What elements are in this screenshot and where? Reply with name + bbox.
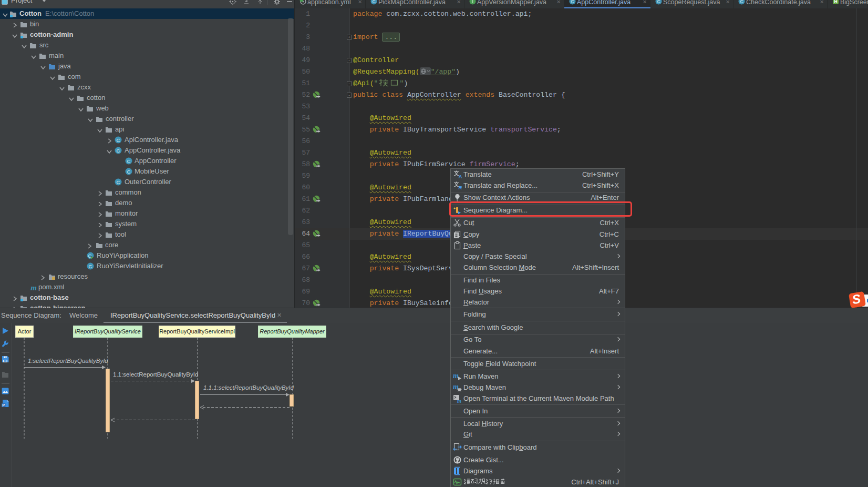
svg-text:I: I <box>472 0 473 4</box>
svg-text:C: C <box>127 169 131 175</box>
svg-text:C: C <box>657 0 660 4</box>
svg-text:m: m <box>453 383 459 391</box>
svg-text:C: C <box>89 263 92 269</box>
svg-text:C: C <box>127 158 131 164</box>
svg-text:C: C <box>117 148 120 154</box>
svg-text:C: C <box>571 0 574 4</box>
svg-text:m: m <box>457 398 461 403</box>
svg-text:m: m <box>30 283 37 291</box>
svg-text:m: m <box>453 372 459 380</box>
svg-text:C: C <box>740 0 743 4</box>
svg-text:C: C <box>117 179 120 185</box>
svg-text:C: C <box>117 137 120 143</box>
svg-text:A: A <box>459 174 462 179</box>
svg-text:R: R <box>459 185 462 190</box>
svg-text:C: C <box>372 0 375 4</box>
svg-text:H: H <box>834 0 837 4</box>
